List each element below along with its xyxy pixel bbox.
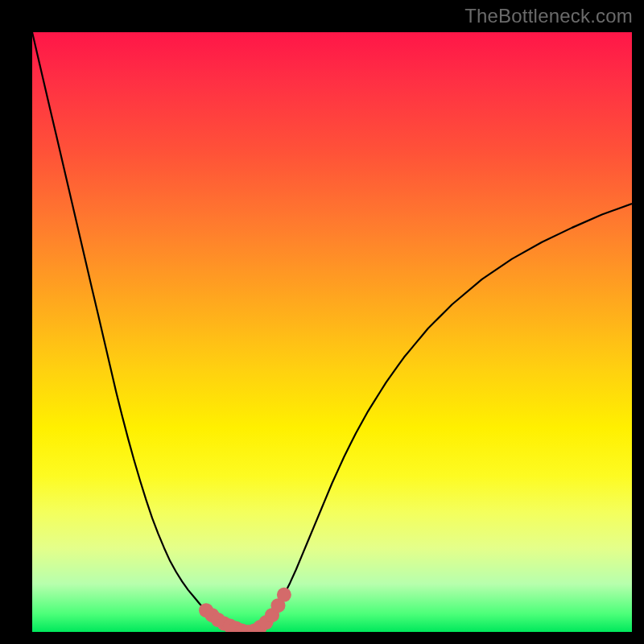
watermark-text: TheBottleneck.com — [464, 5, 633, 27]
marker-point — [277, 588, 291, 602]
curve-min-markers — [199, 588, 291, 632]
curve-layer — [32, 32, 632, 632]
bottleneck-curve — [32, 32, 632, 632]
chart-frame: TheBottleneck.com — [0, 0, 644, 644]
curve-group — [32, 32, 632, 632]
plot-area — [32, 32, 632, 632]
